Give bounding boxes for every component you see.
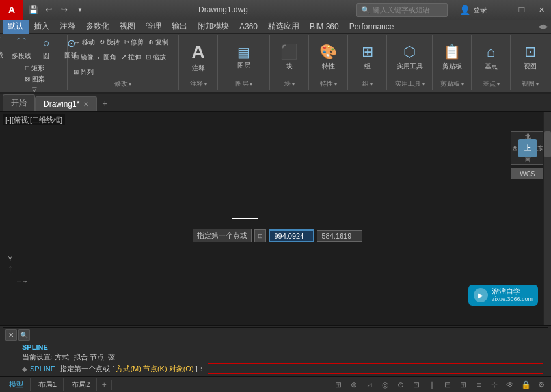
ribbon-btn-stretch[interactable]: ⤢ 拉伸 bbox=[119, 52, 143, 62]
menu-item-bim360[interactable]: BIM 360 bbox=[304, 20, 344, 34]
coord-field-x[interactable]: 994.0924 bbox=[269, 229, 314, 242]
status-icon-osnap[interactable]: ⊙ bbox=[394, 378, 408, 392]
scrollbar-thumb[interactable] bbox=[544, 131, 551, 157]
ribbon-btn-view-panel[interactable]: ⊡ 视图 bbox=[518, 42, 542, 72]
qa-save-btn[interactable]: 💾 bbox=[26, 3, 40, 17]
watermark-badge[interactable]: ▶ 溜溜自学 zixue.3066.com bbox=[468, 285, 538, 306]
status-tab-layout2[interactable]: 布局2 bbox=[65, 378, 97, 391]
cmd-close-btn[interactable]: ✕ bbox=[5, 329, 17, 341]
status-icon-tpmode[interactable]: ⊹ bbox=[487, 378, 502, 392]
menu-item-default[interactable]: 默认 bbox=[3, 20, 29, 34]
status-icon-grid[interactable]: ⊞ bbox=[331, 378, 345, 392]
ribbon-btn-line[interactable]: ╱ 直线 bbox=[0, 36, 8, 61]
ribbon-btn-properties[interactable]: 🎨 特性 bbox=[317, 42, 340, 72]
ribbon-btn-trim[interactable]: ✂ 修剪 bbox=[122, 37, 146, 47]
ribbon-btn-utilities[interactable]: ⬡ 实用工具 bbox=[395, 42, 425, 72]
doc-tab-close-icon[interactable]: ✕ bbox=[83, 101, 88, 108]
status-icon-qpmode[interactable]: 👁 bbox=[503, 378, 517, 392]
status-tab-layout1[interactable]: 布局1 bbox=[32, 378, 64, 391]
ribbon-btn-group[interactable]: ⊞ 组 bbox=[356, 42, 379, 72]
ribbon-btn-layers[interactable]: ▤ 图层 bbox=[232, 43, 256, 72]
minimize-btn[interactable]: ─ bbox=[492, 0, 512, 20]
annotation-expand-icon[interactable]: ▾ bbox=[204, 81, 207, 87]
user-area: 👤 登录 bbox=[454, 5, 492, 15]
menu-item-parametric[interactable]: 参数化 bbox=[81, 20, 114, 34]
ribbon-btn-rect[interactable]: □ 矩形 bbox=[23, 63, 47, 73]
layers-expand-icon[interactable]: ▾ bbox=[250, 81, 252, 87]
ribbon-btn-copy[interactable]: ⊕ 复制 bbox=[146, 37, 170, 47]
ribbon-btn-clipboard[interactable]: 📋 剪贴板 bbox=[440, 42, 464, 72]
layout-add-btn[interactable]: + bbox=[98, 379, 110, 391]
menu-item-performance[interactable]: Performance bbox=[344, 20, 399, 34]
base-expand-icon[interactable]: ▾ bbox=[497, 81, 500, 87]
menu-item-annotation[interactable]: 注释 bbox=[55, 20, 81, 34]
doc-tab-start[interactable]: 开始 bbox=[3, 94, 35, 111]
ribbon-btn-block[interactable]: ⬛ 块 bbox=[278, 42, 301, 72]
ribbon-btn-array[interactable]: ⊞ 阵列 bbox=[72, 67, 96, 77]
search-box[interactable]: 🔍 键入关键字或短语 bbox=[356, 3, 448, 17]
cmd-option-duixiang[interactable]: 对象(O) bbox=[169, 365, 194, 372]
cmd-search-btn[interactable]: 🔍 bbox=[18, 329, 30, 341]
status-tab-model[interactable]: 模型 bbox=[3, 378, 31, 391]
cmd-option-fangshi[interactable]: 方式(M) bbox=[116, 365, 141, 372]
qa-redo-btn[interactable]: ↪ bbox=[57, 3, 72, 17]
compass-center[interactable]: 上 bbox=[518, 139, 537, 157]
modify-expand-icon[interactable]: ▾ bbox=[129, 81, 131, 87]
status-icon-dynmode[interactable]: ⊞ bbox=[456, 378, 470, 392]
status-icon-ortho[interactable]: ⊿ bbox=[362, 378, 377, 392]
qa-dropdown-btn[interactable]: ▼ bbox=[73, 3, 87, 17]
status-icon-snap[interactable]: ⊕ bbox=[347, 378, 361, 392]
status-icon-otrack[interactable]: ∥ bbox=[425, 378, 439, 392]
ribbon-btn-move[interactable]: ↔ 移动 bbox=[72, 37, 97, 47]
menu-item-view[interactable]: 视图 bbox=[114, 20, 141, 34]
ribbon-btn-scale[interactable]: ⊡ 缩放 bbox=[144, 52, 168, 62]
status-icon-anmode[interactable]: 🔒 bbox=[518, 378, 533, 392]
login-label[interactable]: 登录 bbox=[473, 5, 487, 15]
menu-item-output[interactable]: 输出 bbox=[167, 20, 193, 34]
utilities-expand-icon[interactable]: ▾ bbox=[422, 81, 425, 87]
watermark-url: zixue.3066.com bbox=[492, 296, 533, 303]
properties-expand-icon[interactable]: ▾ bbox=[334, 81, 337, 87]
status-icon-polar[interactable]: ◎ bbox=[378, 378, 392, 392]
doc-tab-drawing1[interactable]: Drawing1* ✕ bbox=[35, 96, 97, 111]
ribbon-btn-text[interactable]: A 注释 bbox=[187, 40, 210, 74]
groups-expand-icon[interactable]: ▾ bbox=[370, 81, 373, 87]
ribbon-btn-polyline[interactable]: ⌒ 多段线 bbox=[10, 35, 33, 62]
block-expand-icon[interactable]: ▾ bbox=[292, 81, 295, 87]
clipboard-expand-icon[interactable]: ▾ bbox=[461, 81, 464, 87]
status-icon-ws[interactable]: ⚙ bbox=[534, 378, 548, 392]
ribbon-btn-more-draw[interactable]: ▽ bbox=[23, 85, 47, 94]
wcs-button[interactable]: WCS bbox=[511, 168, 544, 179]
cmd-input-field[interactable] bbox=[208, 363, 543, 374]
doc-tab-new-btn[interactable]: + bbox=[97, 96, 113, 111]
ribbon-btn-rotate[interactable]: ↻ 旋转 bbox=[98, 37, 122, 47]
menu-item-a360[interactable]: A360 bbox=[234, 20, 263, 34]
ribbon-btn-circle[interactable]: ○ 圆 bbox=[34, 35, 58, 62]
block-icon: ⬛ bbox=[280, 44, 298, 60]
status-icon-3dosnap[interactable]: ⊡ bbox=[409, 378, 423, 392]
view-expand-icon[interactable]: ▾ bbox=[536, 81, 539, 87]
status-icon-ducs[interactable]: ⊟ bbox=[440, 378, 455, 392]
ribbon-group-groups: ⊞ 组 组 ▾ bbox=[348, 35, 387, 90]
close-btn[interactable]: ✕ bbox=[531, 0, 551, 20]
status-icon-lwdisplay[interactable]: ≡ bbox=[472, 378, 486, 392]
viewport-label[interactable]: [-][俯视][二维线框] bbox=[3, 114, 65, 125]
vertical-scrollbar[interactable] bbox=[543, 112, 551, 325]
ribbon-btn-hatch[interactable]: ⊠ 图案 bbox=[23, 74, 47, 85]
ribbon-btn-base[interactable]: ⌂ 基点 bbox=[479, 42, 503, 72]
qa-undo-btn[interactable]: ↩ bbox=[42, 3, 56, 17]
ribbon-btn-mirror[interactable]: ⊟ 镜像 bbox=[72, 52, 96, 62]
file-title: Drawing1.dwg bbox=[198, 5, 248, 14]
menu-item-addons[interactable]: 附加模块 bbox=[193, 20, 234, 34]
restore-btn[interactable]: ❐ bbox=[512, 0, 531, 20]
cmd-option-jiedian[interactable]: 节点(K) bbox=[143, 365, 167, 372]
menu-overflow[interactable]: ◀▶ bbox=[538, 23, 548, 30]
menu-item-manage[interactable]: 管理 bbox=[141, 20, 167, 34]
coord-prompt-label: 指定第一个点或 bbox=[193, 229, 252, 242]
menu-item-insert[interactable]: 插入 bbox=[29, 20, 55, 34]
crosshair-horizontal bbox=[232, 218, 258, 219]
menu-item-featured[interactable]: 精选应用 bbox=[263, 20, 304, 34]
drawing-canvas[interactable]: [-][俯视][二维线框] 北 南 西 东 上 WCS bbox=[0, 112, 551, 325]
ribbon-btn-fillet[interactable]: ⌐ 圆角 bbox=[96, 52, 119, 62]
document-tabs: 开始 Drawing1* ✕ + bbox=[0, 94, 551, 112]
